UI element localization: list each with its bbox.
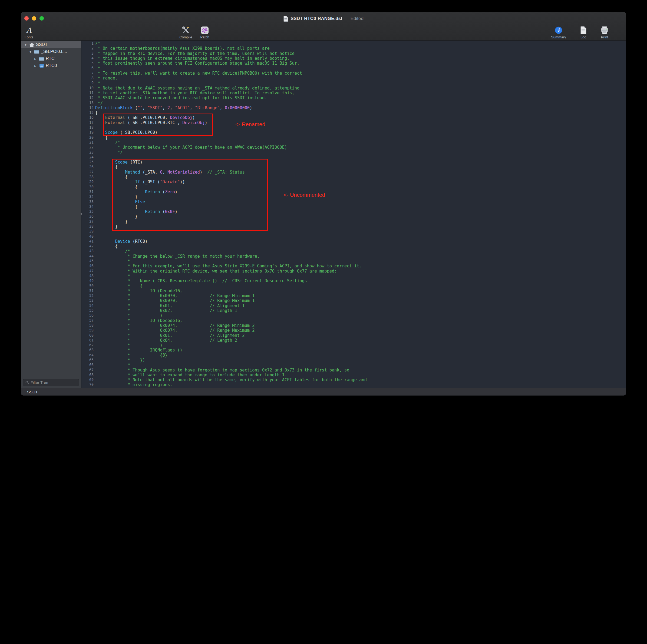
code-line[interactable]: 66 * [82,363,626,368]
line-number: 12 [82,95,94,100]
code-line[interactable]: 55 * 0x02, // Length 1 [82,308,626,313]
line-number: 52 [82,293,94,298]
compile-button[interactable]: Compile [176,25,195,40]
code-line[interactable]: 40 [82,234,626,239]
line-number: 46 [82,264,94,268]
code-line[interactable]: 21 /* [82,140,626,145]
line-content: * }) [94,358,145,363]
code-line[interactable]: 42 { [82,244,626,249]
code-line[interactable]: 58 * 0x0074, // Range Minimum 2 [82,323,626,328]
code-line[interactable]: 6 * [82,66,626,71]
code-line[interactable]: 67 * Though Asus seems to have forgotten… [82,368,626,373]
line-number: 8 [82,76,94,81]
filter-tree-field[interactable] [23,379,79,386]
code-line[interactable]: 9 * [82,81,626,85]
code-line[interactable]: 57 * IO (Decode16, [82,318,626,323]
filter-tree-input[interactable] [30,380,81,385]
code-line[interactable]: 11 * to set another _STA method in your … [82,91,626,95]
code-line[interactable]: 44 * Change the below _CSR range to matc… [82,254,626,259]
code-line[interactable]: 50 * { [82,284,626,289]
code-line[interactable]: 7 * To resolve this, we'll want to creat… [82,71,626,76]
code-line[interactable]: 52 * 0x0070, // Range Minimum 1 [82,293,626,298]
code-line[interactable]: 63 * IRQNoFlags () [82,348,626,352]
code-line[interactable]: 2 * On certain motherboards(mainly Asus … [82,46,626,51]
code-line[interactable]: 59 * 0x0074, // Range Maximum 2 [82,328,626,333]
code-editor[interactable]: 1/*2 * On certain motherboards(mainly As… [82,41,626,388]
sidebar-item-ssdt[interactable]: ▾SSDT [21,41,81,48]
code-line[interactable]: 60 * 0x01, // Alignment 2 [82,333,626,338]
print-button[interactable]: Print [596,25,613,40]
sidebar-item-sb-pci0-l[interactable]: ▾_SB.PCI0.L... [21,48,81,55]
code-line[interactable]: 70 * missing regions. [82,382,626,387]
line-number: 19 [82,130,94,135]
code-line[interactable]: 45 * [82,259,626,264]
chevron-right-icon[interactable]: ▸ [33,57,37,61]
line-number: 42 [82,244,94,249]
code-line[interactable]: 4 * this issue though in extreme circums… [82,56,626,61]
line-number: 22 [82,145,94,150]
line-number: 62 [82,343,94,348]
code-line[interactable]: 23 */ [82,150,626,155]
chevron-down-icon[interactable]: ▾ [23,43,27,47]
line-number: 3 [82,51,94,56]
code-line[interactable]: 65 * }) [82,358,626,363]
annotation-uncommented: <- Uncommented [283,192,325,198]
line-content: * [94,66,100,71]
code-line[interactable]: 53 * 0x0070, // Range Maximum 1 [82,298,626,303]
line-content: * IO (Decode16, [94,289,182,293]
compile-tools-icon [182,26,190,34]
sidebar-item-rtc[interactable]: ▸RTC [21,55,81,62]
line-number: 47 [82,269,94,273]
code-line[interactable]: 13 */ [82,100,626,105]
code-line[interactable]: 48 * [82,273,626,278]
code-line[interactable]: 3 * mapped in the RTC device. For the ma… [82,51,626,56]
line-number: 58 [82,323,94,328]
code-line[interactable]: 8 * range. [82,76,626,81]
code-line[interactable]: 68 * we'll want to expand the range to i… [82,373,626,378]
line-number: 63 [82,348,94,352]
print-label: Print [601,35,608,39]
code-line[interactable]: 64 * {8} [82,353,626,358]
code-line[interactable]: 69 * Note that not all boards will be th… [82,378,626,382]
code-line[interactable]: 22 * Uncomment below if your ACPI doesn'… [82,145,626,150]
code-line[interactable]: 54 * 0x01, // Alignment 1 [82,303,626,308]
line-content: * To resolve this, we'll want to create … [94,71,302,76]
code-line[interactable]: 12 * SSDT-AWAC should be removed and ins… [82,95,626,100]
code-line[interactable]: 10 * Note that due to AWAC systems havin… [82,86,626,91]
chevron-right-icon[interactable]: ▸ [33,64,37,68]
print-icon [600,26,608,34]
code-line[interactable]: 56 * ) [82,313,626,318]
annotation-box-uncommented [112,159,268,231]
line-number: 15 [82,110,94,115]
compile-label: Compile [179,35,192,39]
line-content: { [94,135,107,140]
summary-label: Summary [551,35,566,39]
code-line[interactable]: 14DefinitionBlock ("", "SSDT", 2, "ACDT"… [82,105,626,110]
summary-button[interactable]: i Summary [548,25,569,40]
sidebar-item-rtc0[interactable]: ▸RTC0 [21,62,81,69]
code-line[interactable]: 41 Device (RTC0) [82,239,626,244]
title-text: SSDT-RTC0-RANGE.dsl [290,16,342,21]
code-line[interactable]: 46 * For this example, we'll use the Asu… [82,264,626,268]
code-line[interactable]: 43 /* [82,249,626,254]
code-line[interactable]: 61 * 0x04, // Length 2 [82,338,626,343]
line-number: 35 [82,209,94,214]
line-number: 27 [82,170,94,175]
titlebar: SSDT-RTC0-RANGE.dsl — Edited [21,12,626,25]
code-line[interactable]: 49 * Name (_CRS, ResourceTemplate () // … [82,278,626,283]
line-content [94,125,95,130]
code-line[interactable]: 1/* [82,41,626,46]
line-content: Device (RTC0) [94,239,147,244]
code-line[interactable]: 47 * Within the original RTC device, we … [82,269,626,273]
code-line[interactable]: 62 * ) [82,343,626,348]
line-number: 48 [82,273,94,278]
patch-gear-icon [201,26,209,34]
patch-button[interactable]: Patch [197,25,212,40]
log-button[interactable]: Log [577,25,590,40]
code-line[interactable]: 5 * Most prominently seen around the PCI… [82,61,626,66]
code-line[interactable]: 51 * IO (Decode16, [82,289,626,293]
fonts-button[interactable]: A Fonts [22,25,36,40]
code-line[interactable]: 20 { [82,135,626,140]
splitter-handle[interactable] [81,213,82,215]
chevron-down-icon[interactable]: ▾ [28,50,32,54]
